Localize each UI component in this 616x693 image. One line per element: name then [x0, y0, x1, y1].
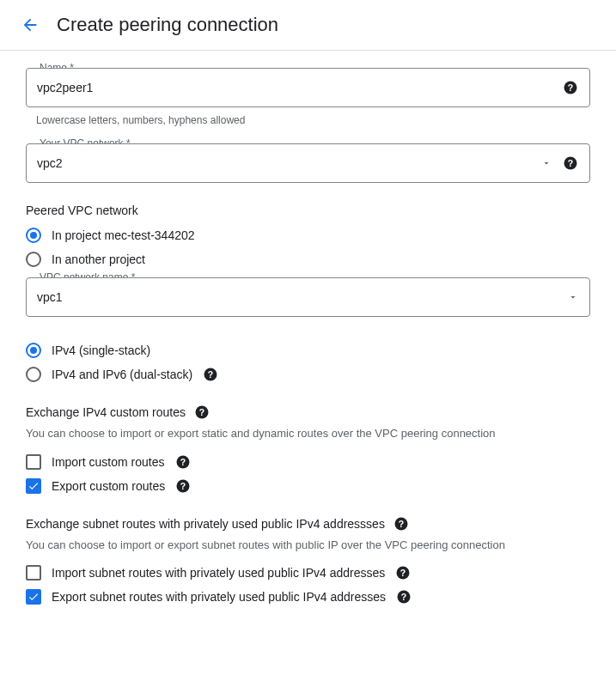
export-custom-routes-checkbox[interactable] — [26, 478, 41, 494]
radio-ipv4-single-label: IPv4 (single-stack) — [52, 343, 150, 357]
svg-text:?: ? — [180, 480, 186, 490]
your-vpc-select[interactable] — [26, 143, 590, 183]
exchange-custom-routes-desc: You can choose to import or export stati… — [26, 425, 590, 442]
export-custom-routes-label: Export custom routes — [52, 479, 165, 493]
radio-in-project[interactable] — [26, 228, 41, 243]
help-icon[interactable]: ? — [175, 454, 191, 470]
exchange-custom-routes-title: Exchange IPv4 custom routes — [26, 405, 186, 419]
help-icon[interactable]: ? — [396, 589, 412, 605]
back-arrow-icon[interactable] — [21, 15, 40, 34]
vpc-network-name-select[interactable] — [26, 277, 590, 317]
svg-text:?: ? — [208, 369, 213, 380]
help-icon[interactable]: ? — [563, 155, 578, 171]
name-input[interactable] — [26, 68, 590, 107]
svg-text:?: ? — [568, 82, 573, 93]
help-icon[interactable]: ? — [563, 80, 578, 95]
radio-in-project-label: In project mec-test-344202 — [52, 228, 195, 242]
help-icon[interactable]: ? — [395, 565, 411, 581]
exchange-subnet-routes-desc: You can choose to import or export subne… — [26, 537, 590, 554]
radio-another-project-label: In another project — [52, 252, 145, 266]
page-title: Create peering connection — [57, 14, 278, 36]
help-icon[interactable]: ? — [194, 404, 210, 420]
import-custom-routes-label: Import custom routes — [52, 455, 165, 469]
help-icon[interactable]: ? — [203, 367, 218, 382]
import-subnet-routes-checkbox[interactable] — [26, 565, 41, 581]
export-subnet-routes-label: Export subnet routes with privately used… — [52, 590, 386, 604]
radio-ipv4-single[interactable] — [26, 343, 41, 358]
exchange-subnet-routes-title: Exchange subnet routes with privately us… — [26, 517, 385, 531]
svg-text:?: ? — [199, 407, 204, 417]
svg-text:?: ? — [400, 568, 406, 578]
peered-vpc-section-title: Peered VPC network — [26, 204, 590, 217]
svg-text:?: ? — [399, 518, 404, 528]
svg-text:?: ? — [180, 456, 185, 466]
svg-text:?: ? — [568, 158, 573, 168]
export-subnet-routes-checkbox[interactable] — [26, 589, 41, 605]
help-icon[interactable]: ? — [175, 478, 191, 494]
radio-ipv4-ipv6-dual[interactable] — [26, 367, 41, 382]
radio-ipv4-ipv6-dual-label: IPv4 and IPv6 (dual-stack) — [52, 368, 192, 381]
import-subnet-routes-label: Import subnet routes with privately used… — [52, 566, 385, 580]
import-custom-routes-checkbox[interactable] — [26, 454, 41, 470]
help-icon[interactable]: ? — [393, 516, 409, 532]
name-helper-text: Lowercase letters, numbers, hyphens allo… — [36, 114, 590, 126]
svg-text:?: ? — [401, 592, 406, 602]
radio-another-project[interactable] — [26, 252, 41, 267]
